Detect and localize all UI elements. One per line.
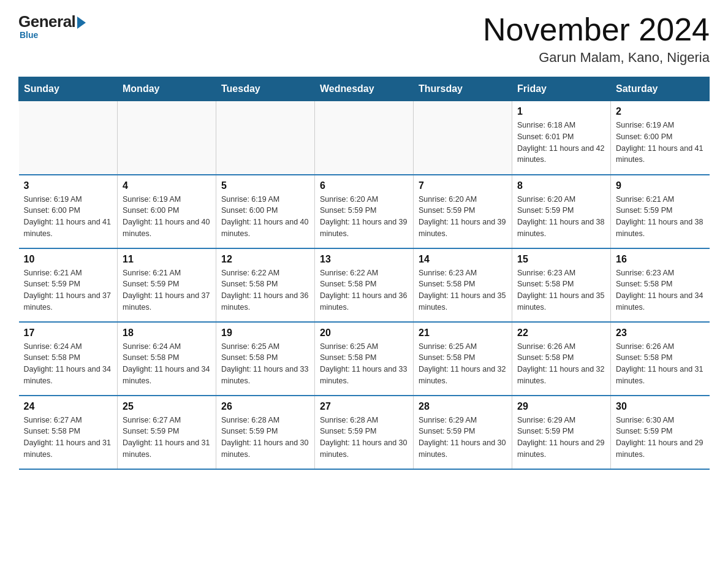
calendar-cell: 27Sunrise: 6:28 AMSunset: 5:59 PMDayligh… (315, 396, 414, 469)
day-number: 7 (419, 180, 507, 191)
calendar-cell: 12Sunrise: 6:22 AMSunset: 5:58 PMDayligh… (216, 248, 315, 322)
day-info: Sunrise: 6:20 AMSunset: 5:59 PMDaylight:… (320, 194, 408, 240)
day-number: 19 (221, 327, 309, 339)
day-info: Sunrise: 6:28 AMSunset: 5:59 PMDaylight:… (320, 415, 408, 461)
calendar-cell: 25Sunrise: 6:27 AMSunset: 5:59 PMDayligh… (118, 396, 216, 469)
day-number: 18 (123, 327, 211, 339)
calendar-cell: 16Sunrise: 6:23 AMSunset: 5:58 PMDayligh… (611, 248, 710, 322)
day-number: 24 (24, 401, 113, 412)
header-monday: Monday (118, 77, 216, 101)
header-sunday: Sunday (19, 77, 118, 101)
logo-blue-text: Blue (20, 30, 38, 40)
calendar-cell: 29Sunrise: 6:29 AMSunset: 5:59 PMDayligh… (512, 396, 611, 469)
location-subtitle: Garun Malam, Kano, Nigeria (483, 50, 710, 66)
day-number: 15 (517, 254, 605, 265)
day-info: Sunrise: 6:20 AMSunset: 5:59 PMDaylight:… (419, 194, 507, 240)
day-info: Sunrise: 6:23 AMSunset: 5:58 PMDaylight:… (419, 267, 507, 313)
calendar-cell: 13Sunrise: 6:22 AMSunset: 5:58 PMDayligh… (315, 248, 414, 322)
day-number: 6 (320, 180, 408, 191)
header-friday: Friday (512, 77, 611, 101)
calendar-cell: 23Sunrise: 6:26 AMSunset: 5:58 PMDayligh… (611, 322, 710, 396)
day-info: Sunrise: 6:22 AMSunset: 5:58 PMDaylight:… (320, 267, 408, 313)
day-info: Sunrise: 6:26 AMSunset: 5:58 PMDaylight:… (517, 341, 605, 387)
calendar-cell: 6Sunrise: 6:20 AMSunset: 5:59 PMDaylight… (315, 175, 414, 248)
day-number: 17 (24, 327, 113, 339)
day-number: 16 (616, 254, 705, 265)
calendar-cell: 17Sunrise: 6:24 AMSunset: 5:58 PMDayligh… (19, 322, 118, 396)
day-info: Sunrise: 6:25 AMSunset: 5:58 PMDaylight:… (320, 341, 408, 387)
day-info: Sunrise: 6:29 AMSunset: 5:59 PMDaylight:… (419, 415, 507, 461)
day-number: 2 (616, 106, 705, 117)
header-wednesday: Wednesday (315, 77, 414, 101)
calendar-cell: 8Sunrise: 6:20 AMSunset: 5:59 PMDaylight… (512, 175, 611, 248)
day-number: 11 (123, 254, 211, 265)
logo-general-text: General (18, 12, 75, 31)
day-info: Sunrise: 6:21 AMSunset: 5:59 PMDaylight:… (24, 267, 113, 313)
day-info: Sunrise: 6:24 AMSunset: 5:58 PMDaylight:… (24, 341, 113, 387)
day-info: Sunrise: 6:21 AMSunset: 5:59 PMDaylight:… (123, 267, 211, 313)
day-number: 20 (320, 327, 408, 339)
calendar-cell: 5Sunrise: 6:19 AMSunset: 6:00 PMDaylight… (216, 175, 315, 248)
day-info: Sunrise: 6:19 AMSunset: 6:00 PMDaylight:… (123, 194, 211, 240)
week-row-5: 24Sunrise: 6:27 AMSunset: 5:58 PMDayligh… (19, 396, 710, 469)
header-thursday: Thursday (414, 77, 512, 101)
day-info: Sunrise: 6:28 AMSunset: 5:59 PMDaylight:… (221, 415, 309, 461)
day-number: 8 (517, 180, 605, 191)
day-info: Sunrise: 6:27 AMSunset: 5:59 PMDaylight:… (123, 415, 211, 461)
calendar-table: SundayMondayTuesdayWednesdayThursdayFrid… (18, 77, 710, 470)
calendar-cell: 11Sunrise: 6:21 AMSunset: 5:59 PMDayligh… (118, 248, 216, 322)
calendar-cell: 18Sunrise: 6:24 AMSunset: 5:58 PMDayligh… (118, 322, 216, 396)
day-info: Sunrise: 6:20 AMSunset: 5:59 PMDaylight:… (517, 194, 605, 240)
calendar-cell: 20Sunrise: 6:25 AMSunset: 5:58 PMDayligh… (315, 322, 414, 396)
day-number: 1 (517, 106, 605, 117)
calendar-cell: 14Sunrise: 6:23 AMSunset: 5:58 PMDayligh… (414, 248, 512, 322)
day-number: 5 (221, 180, 309, 191)
calendar-cell: 22Sunrise: 6:26 AMSunset: 5:58 PMDayligh… (512, 322, 611, 396)
calendar-cell: 19Sunrise: 6:25 AMSunset: 5:58 PMDayligh… (216, 322, 315, 396)
day-info: Sunrise: 6:21 AMSunset: 5:59 PMDaylight:… (616, 194, 705, 240)
title-section: November 2024 Garun Malam, Kano, Nigeria (483, 12, 710, 66)
calendar-cell: 1Sunrise: 6:18 AMSunset: 6:01 PMDaylight… (512, 101, 611, 175)
calendar-title: November 2024 (483, 12, 710, 47)
day-number: 30 (616, 401, 705, 412)
day-number: 14 (419, 254, 507, 265)
day-info: Sunrise: 6:25 AMSunset: 5:58 PMDaylight:… (221, 341, 309, 387)
day-info: Sunrise: 6:26 AMSunset: 5:58 PMDaylight:… (616, 341, 705, 387)
day-number: 22 (517, 327, 605, 339)
day-info: Sunrise: 6:19 AMSunset: 6:00 PMDaylight:… (221, 194, 309, 240)
calendar-cell: 9Sunrise: 6:21 AMSunset: 5:59 PMDaylight… (611, 175, 710, 248)
day-number: 26 (221, 401, 309, 412)
day-number: 25 (123, 401, 211, 412)
calendar-cell: 26Sunrise: 6:28 AMSunset: 5:59 PMDayligh… (216, 396, 315, 469)
logo: General Blue (18, 12, 86, 40)
week-row-2: 3Sunrise: 6:19 AMSunset: 6:00 PMDaylight… (19, 175, 710, 248)
day-info: Sunrise: 6:19 AMSunset: 6:00 PMDaylight:… (616, 120, 705, 166)
calendar-cell: 3Sunrise: 6:19 AMSunset: 6:00 PMDaylight… (19, 175, 118, 248)
header-saturday: Saturday (611, 77, 710, 101)
header-tuesday: Tuesday (216, 77, 315, 101)
day-number: 21 (419, 327, 507, 339)
calendar-cell (414, 101, 512, 175)
calendar-cell: 4Sunrise: 6:19 AMSunset: 6:00 PMDaylight… (118, 175, 216, 248)
calendar-cell (19, 101, 118, 175)
week-row-3: 10Sunrise: 6:21 AMSunset: 5:59 PMDayligh… (19, 248, 710, 322)
day-info: Sunrise: 6:24 AMSunset: 5:58 PMDaylight:… (123, 341, 211, 387)
calendar-cell: 28Sunrise: 6:29 AMSunset: 5:59 PMDayligh… (414, 396, 512, 469)
calendar-cell: 7Sunrise: 6:20 AMSunset: 5:59 PMDaylight… (414, 175, 512, 248)
day-number: 9 (616, 180, 705, 191)
day-number: 23 (616, 327, 705, 339)
day-info: Sunrise: 6:22 AMSunset: 5:58 PMDaylight:… (221, 267, 309, 313)
day-info: Sunrise: 6:30 AMSunset: 5:59 PMDaylight:… (616, 415, 705, 461)
day-number: 10 (24, 254, 113, 265)
day-info: Sunrise: 6:29 AMSunset: 5:59 PMDaylight:… (517, 415, 605, 461)
day-info: Sunrise: 6:19 AMSunset: 6:00 PMDaylight:… (24, 194, 113, 240)
logo-triangle-icon (77, 17, 86, 29)
calendar-cell: 2Sunrise: 6:19 AMSunset: 6:00 PMDaylight… (611, 101, 710, 175)
day-number: 29 (517, 401, 605, 412)
week-row-4: 17Sunrise: 6:24 AMSunset: 5:58 PMDayligh… (19, 322, 710, 396)
day-number: 27 (320, 401, 408, 412)
calendar-cell (315, 101, 414, 175)
calendar-header-row: SundayMondayTuesdayWednesdayThursdayFrid… (19, 77, 710, 101)
day-info: Sunrise: 6:18 AMSunset: 6:01 PMDaylight:… (517, 120, 605, 166)
calendar-cell: 15Sunrise: 6:23 AMSunset: 5:58 PMDayligh… (512, 248, 611, 322)
